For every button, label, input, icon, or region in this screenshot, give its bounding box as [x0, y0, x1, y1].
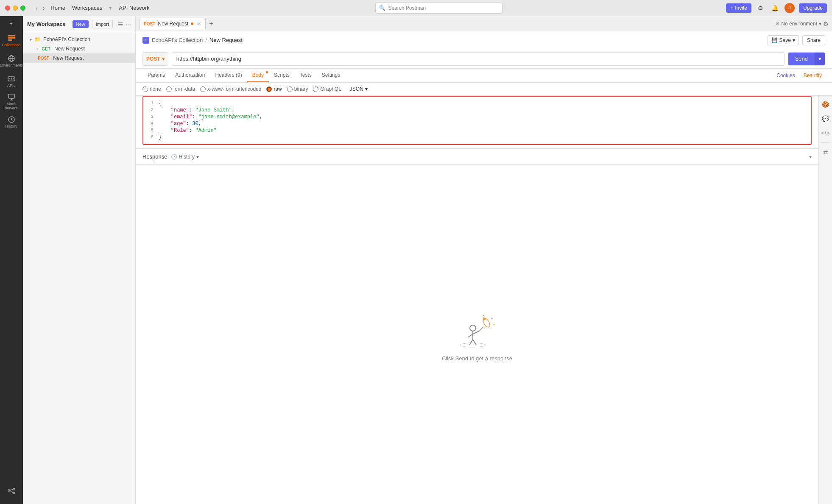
tab-settings[interactable]: Settings	[317, 69, 345, 82]
home-link[interactable]: Home	[48, 4, 68, 12]
body-option-graphql[interactable]: GraphQL	[313, 86, 341, 92]
titlebar: ‹ › Home Workspaces ▾ API Network 🔍 Sear…	[0, 0, 832, 16]
tab-params[interactable]: Params	[142, 69, 170, 82]
body-option-raw[interactable]: raw	[266, 86, 282, 92]
collection-icon: E	[142, 37, 149, 44]
history-icon: 🕐	[171, 154, 177, 160]
svg-point-23	[482, 317, 491, 328]
env-settings-icon[interactable]: ⚙	[823, 20, 829, 27]
body-option-urlencoded[interactable]: x-www-form-urlencoded	[200, 86, 261, 92]
svg-line-14	[10, 489, 13, 490]
tab-body[interactable]: Body	[247, 69, 269, 82]
post-request-name: New Request	[53, 55, 84, 61]
tab-authorization[interactable]: Authorization	[170, 69, 210, 82]
right-action-code[interactable]: </>	[820, 127, 832, 139]
svg-line-28	[479, 327, 483, 331]
svg-rect-0	[8, 35, 15, 36]
left-panel-header: My Workspace New Import ☰ ⋯	[23, 16, 135, 32]
right-action-expand[interactable]: ⇄	[820, 146, 832, 158]
workspace-name: My Workspace	[27, 21, 69, 27]
send-dropdown-button[interactable]: ▾	[815, 52, 825, 66]
post-request-item[interactable]: POST New Request	[23, 53, 135, 63]
body-option-form-data[interactable]: form-data	[166, 86, 195, 92]
tab-scripts[interactable]: Scripts	[269, 69, 295, 82]
collection-item[interactable]: ▾ 📁 EchoAPI's Collection	[23, 35, 135, 44]
right-action-cookies[interactable]: 🍪	[820, 98, 832, 110]
sidebar-item-flows[interactable]	[2, 482, 21, 501]
notifications-icon[interactable]: 🔔	[770, 3, 780, 13]
send-button[interactable]: Send	[788, 52, 815, 66]
search-bar[interactable]: 🔍 Search Postman	[375, 3, 503, 14]
request-tabs: Params Authorization Headers (9) Body Sc…	[136, 69, 832, 83]
avatar[interactable]: J	[785, 3, 795, 13]
filter-button[interactable]: ☰	[118, 21, 123, 28]
history-label: History	[179, 154, 195, 160]
invite-icon: +	[730, 5, 733, 11]
chevron-right-icon: ›	[36, 47, 38, 51]
no-env-icon: ⊙	[776, 21, 779, 26]
svg-point-27	[483, 315, 484, 316]
nav-back-button[interactable]: ‹	[34, 4, 39, 12]
svg-point-25	[491, 317, 493, 319]
upgrade-button[interactable]: Upgrade	[799, 3, 827, 13]
sidebar-item-history[interactable]: History	[2, 113, 21, 131]
workspaces-link[interactable]: Workspaces	[70, 4, 105, 12]
tab-tests[interactable]: Tests	[295, 69, 317, 82]
sidebar-item-mock-servers[interactable]: Mock servers	[2, 92, 21, 111]
right-action-comments[interactable]: 💬	[820, 113, 832, 125]
body-option-none[interactable]: none	[142, 86, 161, 92]
breadcrumb-collection: EchoAPI's Collection	[152, 37, 203, 43]
tab-modified-dot	[191, 22, 193, 25]
tab-headers[interactable]: Headers (9)	[210, 69, 247, 82]
get-request-name: New Request	[54, 46, 85, 52]
collections-icon	[8, 34, 15, 42]
share-button[interactable]: Share	[802, 35, 825, 45]
settings-icon[interactable]: ⚙	[756, 3, 766, 13]
code-line-5: 5 "Role": "Admin"	[143, 127, 811, 134]
save-label: Save	[779, 37, 791, 43]
tab-method-badge: POST	[144, 22, 155, 26]
url-input[interactable]	[172, 52, 785, 66]
maximize-button[interactable]	[20, 6, 25, 11]
method-label: POST	[146, 56, 160, 62]
code-editor[interactable]: 1 { 2 "name": "Jane Smith", 3 "email": "…	[142, 96, 812, 145]
tab-close-button[interactable]: ✕	[198, 22, 201, 26]
app-body: + Collections Environments APIs Mock ser…	[0, 16, 832, 504]
method-selector[interactable]: POST ▾	[142, 52, 168, 66]
request-tab[interactable]: POST New Request ✕	[139, 18, 206, 30]
history-label: History	[5, 124, 17, 128]
history-button[interactable]: 🕐 History ▾	[171, 154, 199, 160]
sidebar-add-button[interactable]: +	[7, 19, 16, 28]
new-button[interactable]: New	[73, 20, 89, 28]
cookies-button[interactable]: Cookies	[773, 71, 798, 80]
svg-rect-2	[8, 39, 12, 41]
sidebar-item-collections[interactable]: Collections	[2, 31, 21, 50]
body-dot	[266, 71, 268, 73]
traffic-lights	[5, 6, 25, 11]
save-button[interactable]: 💾 Save ▾	[768, 35, 799, 45]
collections-label: Collections	[2, 43, 20, 47]
close-button[interactable]	[5, 6, 10, 11]
nav-forward-button[interactable]: ›	[41, 4, 47, 12]
sidebar-item-apis[interactable]: APIs	[2, 72, 21, 91]
invite-button[interactable]: + Invite	[726, 3, 751, 13]
import-button[interactable]: Import	[92, 20, 113, 28]
svg-line-21	[469, 340, 473, 345]
svg-line-15	[10, 490, 13, 493]
sidebar-item-environments[interactable]: Environments	[2, 52, 21, 70]
format-chevron-icon: ▾	[365, 86, 368, 92]
api-network-link[interactable]: API Network	[116, 4, 152, 12]
options-button[interactable]: ⋯	[125, 21, 131, 28]
icon-sidebar: + Collections Environments APIs Mock ser…	[0, 16, 23, 504]
response-collapse-icon[interactable]: ▾	[809, 154, 812, 160]
env-dropdown[interactable]: No environment ▾	[781, 21, 821, 27]
beautify-button[interactable]: Beautify	[800, 71, 825, 80]
right-panel: 🍪 💬 </> ⇄	[818, 96, 832, 504]
format-selector[interactable]: JSON ▾	[350, 86, 368, 92]
chevron-down-icon: ▾	[30, 37, 32, 42]
svg-rect-1	[8, 37, 15, 39]
new-tab-button[interactable]: +	[207, 20, 215, 28]
body-option-binary[interactable]: binary	[287, 86, 308, 92]
minimize-button[interactable]	[13, 6, 18, 11]
get-request-item[interactable]: › GET New Request	[23, 44, 135, 53]
